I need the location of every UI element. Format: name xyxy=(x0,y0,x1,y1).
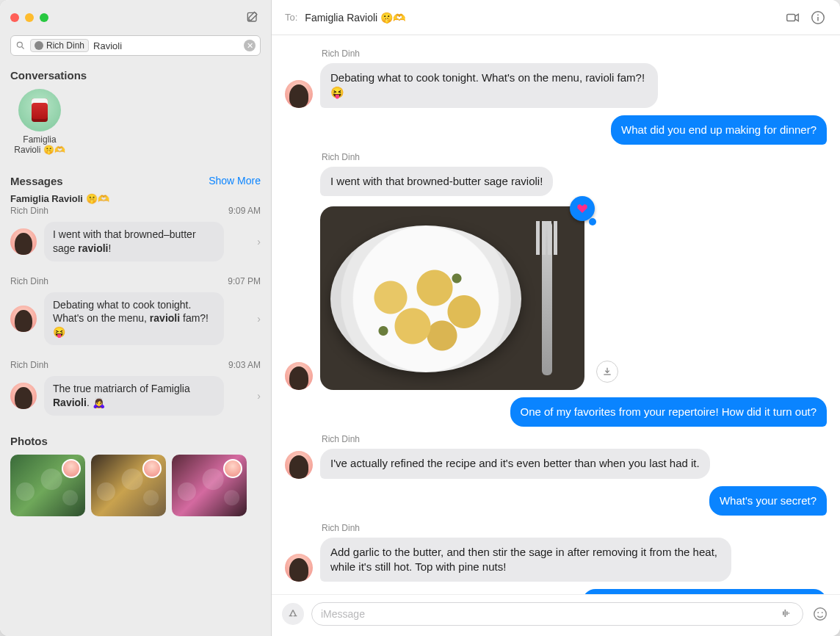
message-bubble-incoming[interactable]: Add garlic to the butter, and then stir … xyxy=(320,538,731,582)
message-result-time: 9:09 AM xyxy=(228,206,261,216)
message-result-from: Rich Dinh xyxy=(10,276,48,286)
message-bubble-outgoing[interactable]: What did you end up making for dinner? xyxy=(611,115,827,145)
message-result-time: 9:03 AM xyxy=(228,360,261,370)
message-input-placeholder: iMessage xyxy=(321,608,365,620)
message-row xyxy=(285,206,827,390)
sender-label: Rich Dinh xyxy=(322,152,827,162)
conversation-pane: To: Famiglia Ravioli 🤫🫶 Rich Dinh Debati… xyxy=(272,0,840,636)
search-container: Rich Dinh Ravioli ✕ xyxy=(0,35,271,62)
message-bubble-incoming[interactable]: I've actually refined the recipe and it'… xyxy=(320,449,710,478)
photo-thumbnail[interactable] xyxy=(172,455,247,516)
message-row: What's your secret? xyxy=(285,486,827,516)
chevron-right-icon: › xyxy=(257,236,261,247)
zoom-icon[interactable] xyxy=(40,13,48,22)
conversations-list: Famiglia Ravioli 🤫🫶 xyxy=(0,84,271,167)
emoji-button[interactable] xyxy=(811,604,830,624)
smiley-icon xyxy=(812,606,828,622)
download-icon xyxy=(601,366,613,377)
message-row: What did you end up making for dinner? xyxy=(285,115,827,145)
avatar-badge-icon xyxy=(142,459,162,478)
photo-thumbnail[interactable] xyxy=(10,455,85,516)
message-bubble-incoming[interactable]: I went with that browned-butter sage rav… xyxy=(320,167,553,196)
message-row: One of my favorites from your repertoire… xyxy=(285,397,827,427)
avatar xyxy=(285,451,313,479)
message-bubble-outgoing[interactable]: Incredible. I have to try making this fo… xyxy=(582,589,827,594)
sender-label: Rich Dinh xyxy=(322,523,827,533)
sender-label: Rich Dinh xyxy=(322,434,827,444)
svg-rect-2 xyxy=(787,14,795,21)
show-more-link[interactable]: Show More xyxy=(209,175,261,187)
message-bubble-outgoing[interactable]: One of my favorites from your repertoire… xyxy=(510,397,828,427)
svg-point-6 xyxy=(817,612,819,613)
conversation-header: To: Famiglia Ravioli 🤫🫶 xyxy=(272,0,840,35)
avatar xyxy=(285,80,313,108)
message-result-text: The true matriarch of Famiglia Ravioli. … xyxy=(44,376,224,416)
messages-heading: Messages xyxy=(10,175,63,187)
avatar-badge-icon xyxy=(62,459,81,478)
video-icon xyxy=(785,10,801,26)
messages-window: Rich Dinh Ravioli ✕ Conversations Famigl… xyxy=(0,0,840,636)
search-input[interactable]: Rich Dinh Ravioli ✕ xyxy=(10,35,261,56)
svg-point-1 xyxy=(17,42,22,47)
tapback-love[interactable] xyxy=(570,196,595,221)
photos-heading: Photos xyxy=(0,427,271,450)
message-input[interactable]: iMessage xyxy=(311,602,803,626)
message-result-text: I went with that browned–butter sage rav… xyxy=(44,222,224,261)
message-row: Debating what to cook tonight. What's on… xyxy=(285,63,827,108)
details-button[interactable] xyxy=(809,9,827,26)
app-store-icon xyxy=(287,608,299,620)
search-text: Ravioli xyxy=(93,40,122,51)
chevron-right-icon: › xyxy=(257,313,261,325)
message-row: Add garlic to the butter, and then stir … xyxy=(285,538,827,582)
conversation-item[interactable]: Famiglia Ravioli 🤫🫶 xyxy=(10,89,69,156)
message-result-from: Rich Dinh xyxy=(10,206,48,216)
close-icon[interactable] xyxy=(10,13,19,22)
photos-section xyxy=(0,450,271,527)
message-result-text: Debating what to cook tonight. What's on… xyxy=(44,292,224,346)
message-row: I went with that browned-butter sage rav… xyxy=(285,167,827,196)
message-result[interactable]: Famiglia Ravioli 🤫🫶 Rich Dinh 9:09 AM I … xyxy=(4,190,267,273)
message-result[interactable]: Rich Dinh 9:03 AM The true matriarch of … xyxy=(4,357,267,427)
titlebar xyxy=(0,0,271,35)
heart-icon xyxy=(576,203,588,214)
message-bubble-outgoing[interactable]: What's your secret? xyxy=(709,486,827,516)
message-row: I've actually refined the recipe and it'… xyxy=(285,449,827,478)
composer: iMessage xyxy=(272,594,840,636)
search-token[interactable]: Rich Dinh xyxy=(30,39,89,52)
search-token-label: Rich Dinh xyxy=(46,40,84,51)
group-avatar-icon xyxy=(32,98,48,122)
person-icon xyxy=(35,41,43,50)
download-button[interactable] xyxy=(596,361,618,383)
avatar xyxy=(285,554,313,582)
message-bubble-incoming[interactable]: Debating what to cook tonight. What's on… xyxy=(320,63,658,108)
conversation-avatar xyxy=(18,89,61,131)
avatar xyxy=(10,228,37,255)
facetime-button[interactable] xyxy=(784,9,802,26)
dictation-button[interactable] xyxy=(779,606,794,623)
message-thread[interactable]: Rich Dinh Debating what to cook tonight.… xyxy=(272,35,840,594)
window-controls xyxy=(10,13,48,22)
message-results: Famiglia Ravioli 🤫🫶 Rich Dinh 9:09 AM I … xyxy=(0,190,271,427)
message-result-time: 9:07 PM xyxy=(228,276,261,286)
sender-label: Rich Dinh xyxy=(322,48,827,59)
avatar xyxy=(285,362,313,390)
to-name: Famiglia Ravioli 🤫🫶 xyxy=(305,12,405,24)
svg-point-5 xyxy=(814,608,827,621)
photo-thumbnail[interactable] xyxy=(91,455,166,516)
image-message[interactable] xyxy=(320,206,584,390)
sidebar: Rich Dinh Ravioli ✕ Conversations Famigl… xyxy=(0,0,272,636)
minimize-icon[interactable] xyxy=(25,13,34,22)
image-attachment[interactable] xyxy=(320,206,584,390)
apps-button[interactable] xyxy=(282,603,304,625)
message-result-group: Famiglia Ravioli 🤫🫶 xyxy=(10,193,261,206)
waveform-icon xyxy=(779,606,794,621)
info-icon xyxy=(810,10,826,26)
compose-button[interactable] xyxy=(245,10,261,26)
clear-search-icon[interactable]: ✕ xyxy=(244,40,256,51)
chevron-right-icon: › xyxy=(257,390,261,402)
message-row: Incredible. I have to try making this fo… xyxy=(285,589,827,594)
message-result[interactable]: Rich Dinh 9:07 PM Debating what to cook … xyxy=(4,273,267,358)
avatar xyxy=(10,383,37,409)
svg-point-7 xyxy=(822,612,823,613)
conversations-heading: Conversations xyxy=(0,62,271,84)
